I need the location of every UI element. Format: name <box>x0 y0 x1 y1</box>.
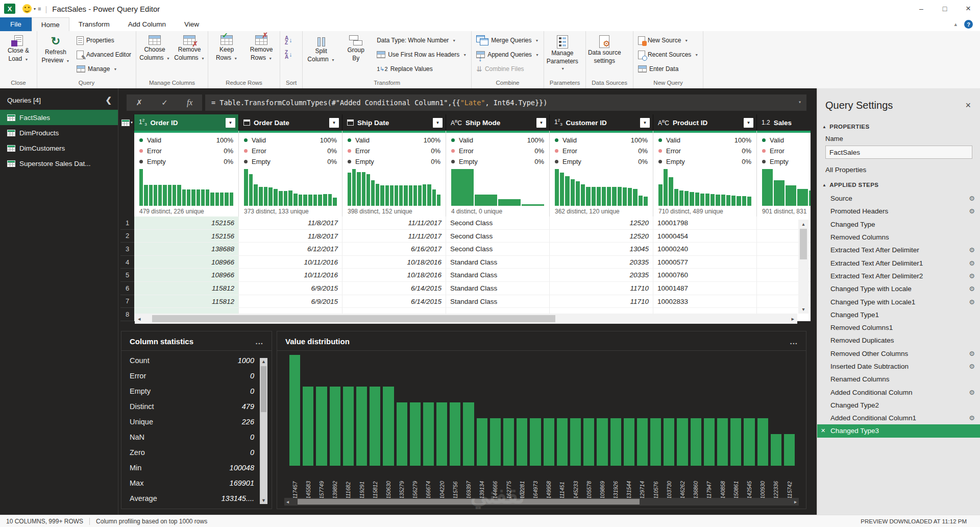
grid-horizontal-scrollbar[interactable]: ◂ ▸ <box>135 314 797 324</box>
gear-icon[interactable]: ⚙ <box>969 389 975 396</box>
distribution-bar[interactable] <box>610 418 621 466</box>
close-load-button[interactable]: Close &Load ▼ <box>2 32 35 78</box>
distribution-bar[interactable] <box>544 418 554 466</box>
sidebar-item-dimcustomers[interactable]: DimCustomers <box>0 140 118 156</box>
table-cell[interactable]: Standard Class <box>446 282 550 295</box>
table-cell[interactable]: 10/11/2016 <box>239 256 342 269</box>
table-cell[interactable]: 10/11/2016 <box>239 269 342 282</box>
keep-rows-button[interactable]: ✓KeepRows ▼ <box>210 32 243 78</box>
table-cell[interactable]: 6/14/2015 <box>342 282 446 295</box>
formula-input[interactable]: = Table.TransformColumnTypes(#"Added Con… <box>205 94 806 111</box>
panel-menu-icon[interactable]: ... <box>255 337 263 346</box>
scroll-left-icon[interactable]: ◂ <box>138 316 141 322</box>
applied-step-promoted-headers[interactable]: Promoted Headers⚙ <box>817 205 980 218</box>
close-pane-icon[interactable]: × <box>965 100 971 111</box>
table-cell[interactable]: 6/12/2017 <box>239 243 342 256</box>
tab-add-column[interactable]: Add Column <box>119 17 175 31</box>
table-cell[interactable]: 11/8/2017 <box>239 230 342 243</box>
gear-icon[interactable]: ⚙ <box>969 207 975 215</box>
column-header-customer-id[interactable]: 123Customer ID▼ <box>550 114 653 131</box>
sortascendingicon-button[interactable]: AZ↓ <box>282 34 295 46</box>
smiley-icon[interactable] <box>22 4 32 13</box>
group-by-button[interactable]: GroupBy <box>339 32 373 78</box>
applied-step-inserted-date-subtraction[interactable]: Inserted Date Subtraction⚙ <box>817 360 980 373</box>
table-cell[interactable]: 10000240 <box>653 243 757 256</box>
scroll-down-icon[interactable]: ▼ <box>260 498 267 503</box>
distribution-bar[interactable] <box>677 418 688 466</box>
applied-step-removed-duplicates[interactable]: Removed Duplicates <box>817 334 980 347</box>
applied-step-source[interactable]: Source⚙ <box>817 192 980 205</box>
tab-home[interactable]: Home <box>32 17 69 31</box>
applied-steps-section-header[interactable]: ▲ APPLIED STEPS <box>817 177 980 191</box>
collapse-section-icon[interactable]: ▲ <box>822 183 826 187</box>
table-cell[interactable]: 11710 <box>550 282 653 295</box>
column-header-order-date[interactable]: Order Date▼ <box>239 114 342 131</box>
table-cell[interactable]: 10/18/2016 <box>342 256 446 269</box>
table-cell[interactable]: 10002833 <box>653 295 757 308</box>
filter-dropdown-icon[interactable]: ▼ <box>536 118 546 128</box>
table-cell[interactable]: Standard Class <box>446 256 550 269</box>
statistics-scrollbar[interactable]: ▲ ▼ <box>260 358 267 504</box>
sortdescendingicon-button[interactable]: ZA↓ <box>282 49 295 61</box>
distribution-bar[interactable] <box>650 418 661 466</box>
table-cell[interactable]: 152156 <box>134 217 239 230</box>
collapse-ribbon-icon[interactable]: ▴ <box>954 21 957 28</box>
distribution-bar[interactable] <box>691 418 701 466</box>
distribution-bar[interactable] <box>517 418 527 466</box>
scrollbar-thumb[interactable] <box>261 366 266 412</box>
scroll-left-icon[interactable]: ◂ <box>286 499 289 505</box>
table-cell[interactable]: 12520 <box>550 230 653 243</box>
tab-view[interactable]: View <box>175 17 208 31</box>
applied-step-added-conditional-column[interactable]: Added Conditional Column⚙ <box>817 386 980 398</box>
gear-icon[interactable]: ⚙ <box>969 298 975 306</box>
table-cell[interactable]: 10001487 <box>653 282 757 295</box>
new-source-button[interactable]: New Source▼ <box>635 34 701 46</box>
gear-icon[interactable]: ⚙ <box>969 285 975 293</box>
table-cell[interactable]: 6/9/2015 <box>239 295 342 308</box>
distribution-bar[interactable] <box>423 402 434 466</box>
select-all-cell[interactable]: ▾ <box>120 114 134 131</box>
applied-step-changed-type1[interactable]: Changed Type1 <box>817 308 980 321</box>
distribution-bar[interactable] <box>316 387 327 466</box>
distribution-bar[interactable] <box>717 418 728 466</box>
sidebar-item-dimproducts[interactable]: DimProducts <box>0 125 118 140</box>
scrollbar-thumb[interactable] <box>152 315 555 322</box>
table-cell[interactable]: 20335 <box>550 269 653 282</box>
column-header-product-id[interactable]: ABCProduct ID▼ <box>653 114 757 131</box>
gear-icon[interactable]: ⚙ <box>969 350 975 357</box>
table-cell[interactable]: Second Class <box>446 243 550 256</box>
quick-access-toolbar[interactable]: ▾ ≡ <box>22 4 41 13</box>
table-cell[interactable]: 11/11/2017 <box>342 217 446 230</box>
expand-formula-icon[interactable]: ▾ <box>798 99 801 105</box>
table-cell[interactable]: Second Class <box>446 230 550 243</box>
table-cell[interactable]: 6/14/2015 <box>342 295 446 308</box>
distribution-bar[interactable] <box>583 418 594 466</box>
distribution-bar[interactable] <box>410 402 421 466</box>
manage-button[interactable]: Manage▼ <box>74 63 134 75</box>
table-cell[interactable]: 12520 <box>550 217 653 230</box>
column-header-ship-mode[interactable]: ABCShip Mode▼ <box>446 114 550 131</box>
sidebar-item-superstore-sales-dat-[interactable]: Superstore Sales Dat... <box>0 156 118 171</box>
table-cell[interactable]: 10000454 <box>653 230 757 243</box>
scrollbar-thumb[interactable] <box>800 229 807 259</box>
table-cell[interactable]: 13045 <box>550 243 653 256</box>
distribution-bar[interactable] <box>463 402 474 466</box>
profiling-status[interactable]: Column profiling based on top 1000 rows <box>96 518 207 525</box>
distribution-bar[interactable] <box>490 418 501 466</box>
distribution-bar[interactable] <box>704 418 715 466</box>
properties-section-header[interactable]: ▲ PROPERTIES <box>817 118 980 133</box>
distribution-bar[interactable] <box>664 418 674 466</box>
distribution-bar[interactable] <box>557 418 568 466</box>
scroll-right-icon[interactable]: ▸ <box>791 316 794 322</box>
distribution-bar[interactable] <box>436 402 447 466</box>
table-cell[interactable]: Standard Class <box>446 295 550 308</box>
applied-step-extracted-text-after-delimiter1[interactable]: Extracted Text After Delimiter1⚙ <box>817 256 980 269</box>
applied-step-extracted-text-after-delimiter2[interactable]: Extracted Text After Delimiter2⚙ <box>817 270 980 282</box>
applied-step-changed-type-with-locale1[interactable]: Changed Type with Locale1⚙ <box>817 295 980 308</box>
column-header-order-id[interactable]: 123Order ID▼ <box>134 114 239 131</box>
table-cell[interactable]: 11710 <box>550 295 653 308</box>
table-cell[interactable]: 20335 <box>550 256 653 269</box>
replace-values-button[interactable]: 1↳2Replace Values <box>374 63 470 75</box>
applied-step-added-conditional-column1[interactable]: Added Conditional Column1⚙ <box>817 412 980 424</box>
customize-toolbar-icon[interactable]: ≡ <box>38 6 41 12</box>
